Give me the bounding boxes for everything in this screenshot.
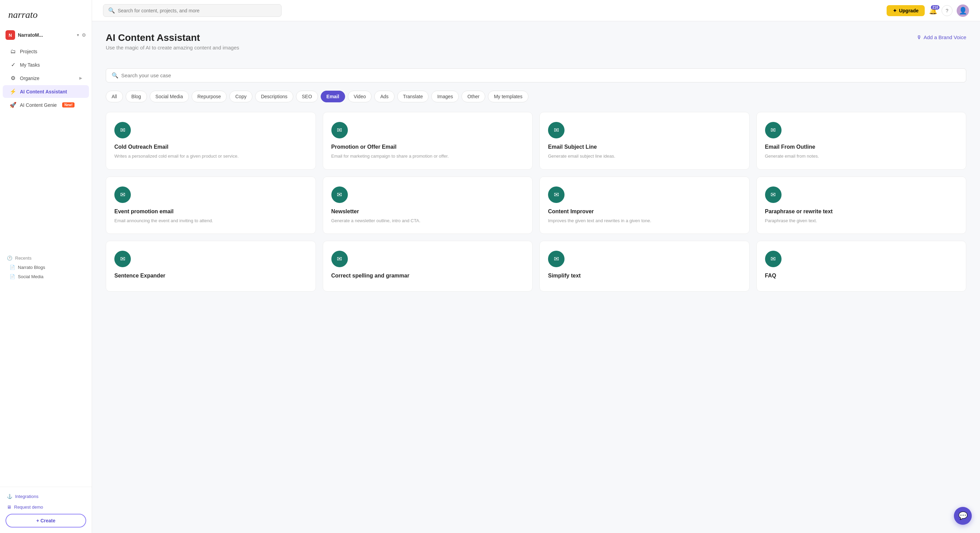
- card-correct-spelling-grammar[interactable]: ✉ Correct spelling and grammar: [323, 241, 533, 291]
- sidebar-item-projects[interactable]: 🗂 Projects: [3, 45, 89, 58]
- tab-my-templates[interactable]: My templates: [488, 91, 528, 102]
- email-icon: ✉: [548, 186, 565, 203]
- usecase-search-input[interactable]: [121, 72, 961, 78]
- recent-item-label: Narrato Blogs: [18, 265, 45, 270]
- notifications-badge: 210: [931, 5, 939, 10]
- workspace-selector[interactable]: N NarratoM... ▾ ⚙: [0, 27, 92, 43]
- integrations-label: Integrations: [15, 494, 38, 499]
- upgrade-button[interactable]: ✦ Upgrade: [886, 5, 925, 16]
- sidebar-item-my-tasks[interactable]: ✓ My Tasks: [3, 58, 89, 71]
- clock-icon: 🕐: [7, 256, 12, 261]
- chat-icon: 💬: [958, 511, 968, 520]
- notifications-button[interactable]: 🔔 210: [929, 6, 937, 15]
- card-title: Newsletter: [331, 208, 524, 215]
- mic-icon: 🎙: [916, 34, 922, 40]
- integrations-link[interactable]: ⚓ Integrations: [5, 492, 86, 500]
- logo: narrato: [0, 0, 92, 27]
- email-icon: ✉: [765, 122, 781, 138]
- workspace-avatar: N: [5, 30, 15, 40]
- card-event-promotion-email[interactable]: ✉ Event promotion email Email announcing…: [106, 177, 316, 234]
- gear-icon: ⚙: [10, 75, 16, 81]
- tab-email[interactable]: Email: [321, 91, 345, 102]
- card-description: Email for marketing campaign to share a …: [331, 153, 524, 160]
- card-description: Generate a newsletter outline, intro and…: [331, 217, 524, 224]
- card-simplify-text[interactable]: ✉ Simplify text: [539, 241, 749, 291]
- tab-seo[interactable]: SEO: [296, 91, 318, 102]
- card-sentence-expander[interactable]: ✉ Sentence Expander: [106, 241, 316, 291]
- sidebar-item-ai-content-assistant[interactable]: ⚡ AI Content Assistant: [3, 85, 89, 98]
- chevron-down-icon: ▾: [77, 33, 79, 37]
- sidebar-nav: 🗂 Projects ✓ My Tasks ⚙ Organize ▶ ⚡ AI …: [0, 43, 92, 251]
- sidebar-item-organize[interactable]: ⚙ Organize ▶: [3, 72, 89, 84]
- settings-icon[interactable]: ⚙: [82, 32, 86, 38]
- recent-item-narrato-blogs[interactable]: 📄 Narrato Blogs: [0, 263, 92, 272]
- card-description: Improves the given text and rewrites in …: [548, 217, 741, 224]
- email-icon: ✉: [115, 186, 131, 203]
- tab-translate[interactable]: Translate: [397, 91, 429, 102]
- workspace-name: NarratoM...: [18, 32, 74, 38]
- check-icon: ✓: [10, 62, 16, 68]
- help-button[interactable]: ?: [942, 5, 953, 16]
- tab-ads[interactable]: Ads: [374, 91, 394, 102]
- recent-item-social-media[interactable]: 📄 Social Media: [0, 272, 92, 281]
- card-email-subject-line[interactable]: ✉ Email Subject Line Generate email subj…: [539, 112, 749, 170]
- recents-section: 🕐 Recents 📄 Narrato Blogs 📄 Social Media: [0, 251, 92, 283]
- sidebar-item-label: Organize: [20, 76, 40, 81]
- sidebar-item-label: Projects: [20, 49, 37, 54]
- global-search[interactable]: 🔍: [103, 4, 282, 17]
- cards-grid: ✉ Cold Outreach Email Writes a personali…: [106, 112, 966, 291]
- card-email-from-outline[interactable]: ✉ Email From Outline Generate email from…: [756, 112, 967, 170]
- tab-other[interactable]: Other: [461, 91, 485, 102]
- tab-video[interactable]: Video: [348, 91, 372, 102]
- card-promotion-offer-email[interactable]: ✉ Promotion or Offer Email Email for mar…: [323, 112, 533, 170]
- sidebar: narrato N NarratoM... ▾ ⚙ 🗂 Projects ✓ M…: [0, 0, 92, 533]
- request-demo-label: Request demo: [14, 504, 43, 510]
- usecase-search[interactable]: 🔍: [106, 68, 966, 83]
- card-title: Email Subject Line: [548, 144, 741, 150]
- card-cold-outreach-email[interactable]: ✉ Cold Outreach Email Writes a personali…: [106, 112, 316, 170]
- user-avatar[interactable]: 👤: [957, 5, 969, 17]
- recents-label: Recents: [15, 256, 32, 261]
- tab-social-media[interactable]: Social Media: [150, 91, 189, 102]
- sidebar-item-ai-content-genie[interactable]: 🚀 AI Content Genie New!: [3, 99, 89, 111]
- card-description: Writes a personalized cold email for a g…: [115, 153, 307, 160]
- card-paraphrase-rewrite[interactable]: ✉ Paraphrase or rewrite text Paraphrase …: [756, 177, 967, 234]
- recent-item-label: Social Media: [18, 274, 43, 279]
- card-title: Promotion or Offer Email: [331, 144, 524, 150]
- card-newsletter[interactable]: ✉ Newsletter Generate a newsletter outli…: [323, 177, 533, 234]
- card-title: Event promotion email: [115, 208, 307, 215]
- tab-descriptions[interactable]: Descriptions: [255, 91, 293, 102]
- recents-header: 🕐 Recents: [0, 253, 92, 263]
- sparkle-icon: ✦: [893, 8, 897, 13]
- global-search-input[interactable]: [118, 8, 277, 13]
- email-icon: ✉: [548, 251, 565, 267]
- tab-repurpose[interactable]: Repurpose: [192, 91, 227, 102]
- tab-all[interactable]: All: [106, 91, 123, 102]
- email-icon: ✉: [765, 186, 781, 203]
- request-demo-link[interactable]: 🖥 Request demo: [5, 503, 86, 511]
- rocket-icon: 🚀: [10, 102, 16, 108]
- card-description: Generate email from notes.: [765, 153, 958, 160]
- tab-images[interactable]: Images: [431, 91, 459, 102]
- card-faq[interactable]: ✉ FAQ: [756, 241, 967, 291]
- chat-bubble-button[interactable]: 💬: [954, 507, 972, 525]
- email-icon: ✉: [331, 122, 348, 138]
- card-title: Content Improver: [548, 208, 741, 215]
- briefcase-icon: 🗂: [10, 48, 16, 55]
- question-icon: ?: [946, 8, 948, 13]
- card-description: Paraphrase the given text.: [765, 217, 958, 224]
- email-icon: ✉: [115, 122, 131, 138]
- search-icon: 🔍: [108, 7, 115, 14]
- page-title: AI Content Assistant: [106, 32, 239, 43]
- create-button[interactable]: + Create: [5, 514, 86, 528]
- email-icon: ✉: [115, 251, 131, 267]
- chevron-right-icon: ▶: [79, 76, 82, 80]
- search-icon: 🔍: [111, 72, 118, 79]
- document-icon: 📄: [10, 265, 15, 270]
- add-brand-voice-link[interactable]: 🎙 Add a Brand Voice: [916, 34, 966, 40]
- email-icon: ✉: [331, 186, 348, 203]
- tab-copy[interactable]: Copy: [229, 91, 252, 102]
- card-content-improver[interactable]: ✉ Content Improver Improves the given te…: [539, 177, 749, 234]
- tab-blog[interactable]: Blog: [126, 91, 147, 102]
- content-area: AI Content Assistant Use the magic of AI…: [92, 21, 980, 533]
